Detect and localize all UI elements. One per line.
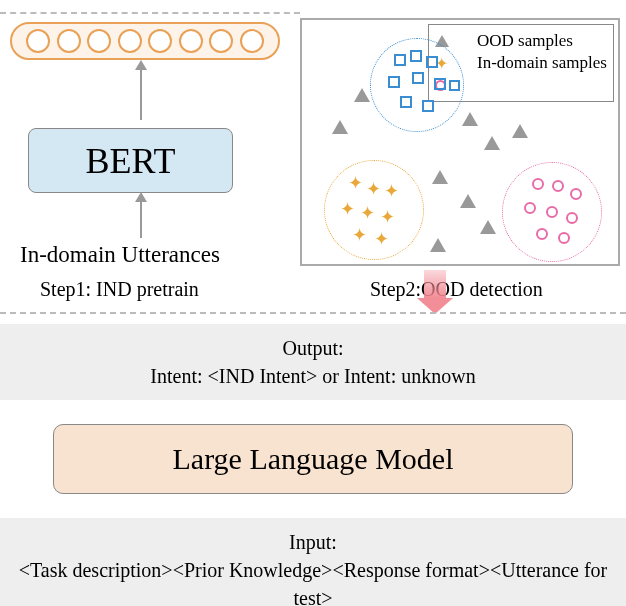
star-icon: ✦ — [374, 228, 389, 250]
step1-label: Step1: IND pretrain — [40, 278, 199, 301]
input-title: Input: — [8, 528, 618, 556]
circle-icon — [570, 188, 582, 200]
output-box: Output: Intent: <IND Intent> or Intent: … — [0, 324, 626, 400]
star-icon: ✦ — [360, 202, 375, 224]
star-icon: ✦ — [340, 198, 355, 220]
legend-ood-label: OOD samples — [477, 31, 573, 51]
step2-label: Step2:OOD detection — [370, 278, 543, 301]
triangle-icon — [480, 220, 496, 234]
bert-label: BERT — [86, 140, 176, 182]
star-icon: ✦ — [348, 172, 363, 194]
dashed-divider — [0, 312, 626, 314]
circle-icon — [536, 228, 548, 240]
bottom-section: Output: Intent: <IND Intent> or Intent: … — [0, 324, 626, 606]
circle-icon — [566, 212, 578, 224]
circle-icon — [524, 202, 536, 214]
llm-label: Large Language Model — [172, 442, 453, 476]
arrow-up-icon — [140, 200, 142, 238]
star-icon: ✦ — [384, 180, 399, 202]
circle-icon — [546, 206, 558, 218]
top-section: BERT In-domain Utterances Step1: IND pre… — [0, 0, 626, 308]
star-icon: ✦ — [352, 224, 367, 246]
embedding-token — [148, 29, 172, 53]
square-icon — [434, 78, 446, 90]
embedding-token — [118, 29, 142, 53]
star-icon: ✦ — [366, 178, 381, 200]
triangle-icon — [484, 136, 500, 150]
embedding-token — [87, 29, 111, 53]
star-icon: ✦ — [380, 206, 395, 228]
embedding-token — [26, 29, 50, 53]
square-icon — [426, 56, 438, 68]
output-title: Output: — [0, 334, 626, 362]
arrow-down-icon — [424, 270, 446, 312]
square-icon — [422, 100, 434, 112]
triangle-icon — [354, 88, 370, 102]
square-icon — [394, 54, 406, 66]
square-icon — [400, 96, 412, 108]
circle-icon — [532, 178, 544, 190]
input-box: Input: <Task description><Prior Knowledg… — [0, 518, 626, 606]
embedding-token — [57, 29, 81, 53]
input-text: <Task description><Prior Knowledge><Resp… — [8, 556, 618, 606]
legend-ind-label: In-domain samples — [477, 53, 607, 73]
output-text: Intent: <IND Intent> or Intent: unknown — [0, 362, 626, 390]
circle-icon — [558, 232, 570, 244]
square-icon — [410, 50, 422, 62]
llm-box: Large Language Model — [53, 424, 573, 494]
circle-icon — [552, 180, 564, 192]
triangle-icon — [512, 124, 528, 138]
triangle-icon — [430, 238, 446, 252]
triangle-icon — [460, 194, 476, 208]
dashed-divider-top — [0, 12, 300, 14]
arrow-up-icon — [140, 68, 142, 120]
square-icon — [412, 72, 424, 84]
embedding-token — [179, 29, 203, 53]
embedding-vector — [10, 22, 280, 60]
triangle-icon — [462, 112, 478, 126]
triangle-icon — [332, 120, 348, 134]
embedding-token — [209, 29, 233, 53]
bert-model-box: BERT — [28, 128, 233, 193]
ood-scatter-plot: OOD samples ✦ In-domain samples x — [300, 18, 620, 266]
square-icon — [388, 76, 400, 88]
triangle-icon — [432, 170, 448, 184]
legend-row-ood: OOD samples — [435, 31, 607, 51]
embedding-token — [240, 29, 264, 53]
ind-utterances-label: In-domain Utterances — [20, 242, 220, 268]
